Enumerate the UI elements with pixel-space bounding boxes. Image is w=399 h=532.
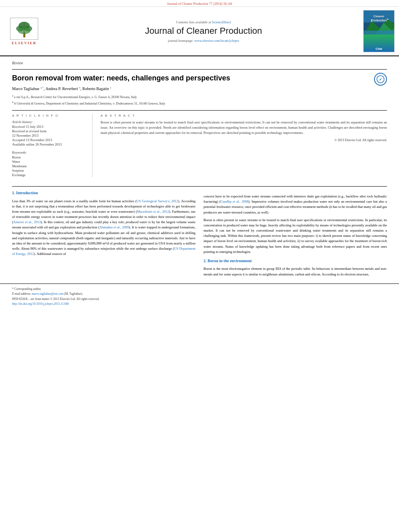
keywords-section: Keywords: Boron Water Membrane Sorption … [12, 150, 87, 177]
body-left-column: 1. Introduction Less than 3% of water on… [12, 187, 195, 279]
ref-doe[interactable]: US Department of Energy, 2012 [12, 246, 195, 256]
issn-line: 0959-6526/$ – see front matter © 2013 El… [12, 297, 387, 302]
article-footer: * Corresponding author. E-mail address: … [0, 283, 399, 309]
affiliations: a a eni S.p.A., Research Center for Unco… [12, 94, 387, 106]
section1-title: 1. Introduction [12, 190, 195, 196]
keyword-5: Exchange [12, 173, 87, 177]
body-content: 1. Introduction Less than 3% of water on… [0, 187, 399, 279]
keyword-1: Boron [12, 155, 87, 159]
accepted-date: Accepted 13 November 2013 [12, 138, 87, 142]
crossmark-icon[interactable]: ✓ [374, 73, 387, 86]
article-content: Review Boron removal from water: needs, … [0, 56, 399, 186]
affiliation-a: a a eni S.p.A., Research Center for Unco… [12, 94, 387, 100]
doi-link[interactable]: http://dx.doi.org/10.1016/j.jclepro.2013… [12, 302, 69, 306]
sciencedirect-link[interactable]: ScienceDirect [212, 20, 231, 24]
author-names: Marco Tagliabue [12, 87, 40, 91]
intro-para-1: Less than 3% of water on our planet exis… [12, 199, 195, 257]
abstract-text: Boron is often present in water streams … [101, 120, 387, 135]
elsevier-tree-image [10, 18, 38, 40]
svg-point-5 [18, 27, 31, 34]
email-note: E-mail address: marco.tagliabue@eni.com … [12, 292, 387, 296]
page: Journal of Cleaner Production 77 (2014) … [0, 0, 399, 532]
ref-ahmadun[interactable]: Ahmadun et al., 2009 [99, 225, 129, 229]
journal-center: Contents lists available at ScienceDirec… [47, 10, 360, 52]
received-date: Received 15 July 2013 [12, 125, 87, 129]
revised-date: 12 November 2013 [12, 134, 87, 138]
revised-label: Received in revised form [12, 129, 87, 133]
contents-prefix: Contents lists available at [176, 20, 212, 24]
journal-homepage: journal homepage: www.elsevier.com/locat… [168, 39, 239, 43]
svg-point-6 [23, 35, 25, 37]
svg-rect-13 [364, 31, 394, 35]
journal-title: Journal of Cleaner Production [145, 26, 262, 36]
section2-title: 2. Boron in the environment [204, 258, 387, 264]
cover-title-line1: Cleaner [371, 14, 387, 18]
doi-line: http://dx.doi.org/10.1016/j.jclepro.2013… [12, 302, 387, 306]
corresponding-author-note: * Corresponding author. [12, 287, 387, 292]
cover-chat-label: CHat [364, 47, 394, 50]
article-info-column: A R T I C L E I N F O Article history: R… [12, 114, 93, 177]
history-label: Article history: [12, 120, 87, 124]
abstract-header: A B S T R A C T [101, 114, 387, 117]
affiliation-b: b b Università di Genova, Department of … [12, 100, 387, 106]
article-type: Review [12, 61, 387, 65]
keyword-2: Water [12, 160, 87, 164]
cover-image: Cleaner Production CHat [363, 10, 395, 52]
section2-para-1: Boron is the most electronegative elemen… [204, 266, 387, 277]
keywords-label: Keywords: [12, 150, 87, 154]
available-date: Available online 26 November 2013 [12, 142, 87, 146]
cover-title-line2: Production [371, 18, 387, 23]
ref-usgs[interactable]: US Geological Survey's, 2012 [136, 199, 178, 203]
intro-para-2: concern have to be expected from water s… [204, 194, 387, 215]
homepage-link[interactable]: www.elsevier.com/locate/jclepro [194, 39, 239, 43]
article-title: Boron removal from water: needs, challen… [12, 74, 387, 83]
keyword-4: Sorption [12, 168, 87, 173]
abstract-column: A B S T R A C T Boron is often present i… [101, 114, 387, 177]
journal-cover: Cleaner Production CHat [363, 10, 395, 52]
svg-text:✓: ✓ [379, 77, 382, 82]
sciencedirect-line: Contents lists available at ScienceDirec… [176, 20, 231, 24]
journal-header: ELSEVIER Contents lists available at Sci… [0, 7, 399, 56]
journal-citation: Journal of Cleaner Production 77 (2014) … [167, 2, 232, 6]
article-info-header: A R T I C L E I N F O [12, 114, 87, 117]
ref-amores[interactable]: Amores et al., 2013 [13, 220, 41, 224]
ref-gaudlip[interactable]: Gaudlip et al., 2008 [220, 199, 249, 203]
title-divider [12, 69, 387, 70]
ref-macedonio[interactable]: Macedonio et al., 2012 [137, 210, 169, 214]
journal-citation-bar: Journal of Cleaner Production 77 (2014) … [0, 0, 399, 7]
title-row: Boron removal from water: needs, challen… [12, 74, 387, 83]
authors: Marco Tagliabue a,*, Andrea P. Reverberi… [12, 86, 387, 91]
copyright: © 2013 Elsevier Ltd. All rights reserved… [101, 138, 387, 142]
email-link[interactable]: marco.tagliabue@eni.com [32, 292, 64, 296]
article-info-abstract-section: A R T I C L E I N F O Article history: R… [12, 110, 387, 177]
elsevier-logo: ELSEVIER [4, 10, 44, 52]
elsevier-label: ELSEVIER [12, 41, 37, 45]
homepage-prefix: journal homepage: [168, 39, 195, 43]
intro-para-3: Boron is often present in water streams … [204, 218, 387, 255]
body-right-column: concern have to be expected from water s… [204, 187, 387, 279]
keyword-3: Membrane [12, 164, 87, 168]
